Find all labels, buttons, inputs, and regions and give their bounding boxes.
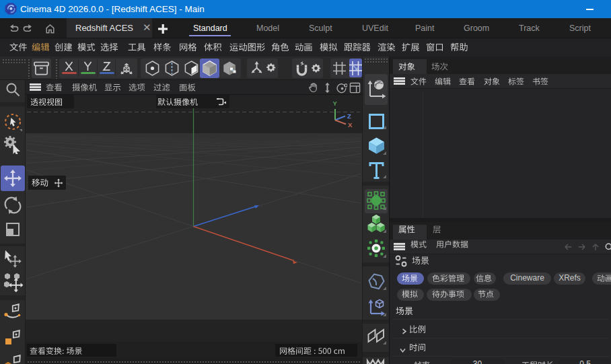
svg-text:Z: Z bbox=[347, 112, 351, 120]
svg-text:Y: Y bbox=[333, 100, 338, 107]
svg-text:X: X bbox=[348, 121, 353, 129]
